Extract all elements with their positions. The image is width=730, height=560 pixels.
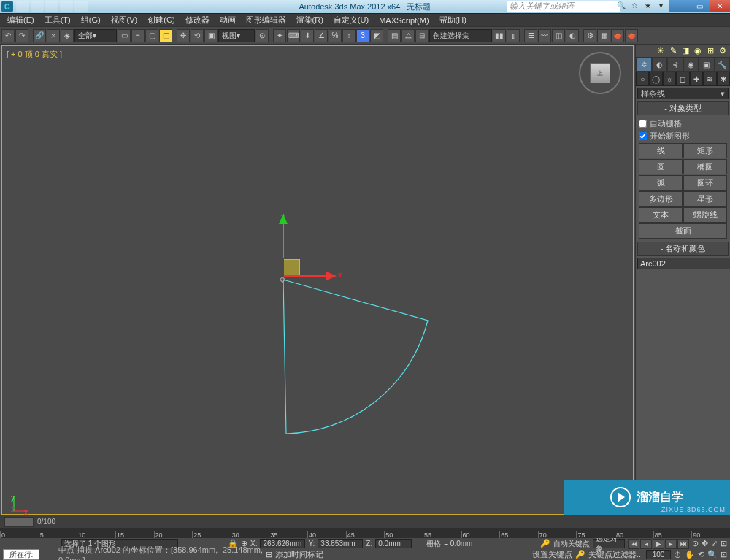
tool4-icon[interactable]: ⊞: [705, 46, 715, 56]
render-setup-icon[interactable]: ⚙: [583, 29, 596, 42]
btn-text[interactable]: 文本: [639, 207, 683, 223]
render-frame-icon[interactable]: ▦: [597, 29, 610, 42]
viewcube[interactable]: 上: [579, 52, 621, 94]
search-icon[interactable]: 🔍: [616, 1, 626, 12]
unlink-icon[interactable]: ⤫: [47, 29, 60, 42]
app-icon[interactable]: G: [1, 1, 13, 12]
cat-geometry-icon[interactable]: ○: [636, 72, 649, 86]
btn-ellipse[interactable]: 椭圆: [683, 159, 727, 174]
tool1-icon[interactable]: ✎: [668, 46, 678, 56]
btn-section[interactable]: 截面: [639, 223, 727, 239]
minimize-button[interactable]: —: [669, 0, 689, 12]
maximize-button[interactable]: ▭: [689, 0, 710, 12]
menu-tools[interactable]: 工具(T): [40, 14, 75, 26]
tool5-icon[interactable]: ⚙: [718, 46, 728, 56]
time-config-icon[interactable]: ⏱: [674, 551, 682, 559]
help-dropdown-icon[interactable]: ▾: [656, 1, 666, 12]
mirror2-icon[interactable]: ▮▮: [493, 29, 506, 42]
play-icon[interactable]: ▶: [653, 539, 664, 549]
track-label[interactable]: 所在行:: [3, 549, 39, 560]
btn-rectangle[interactable]: 矩形: [683, 143, 727, 158]
cat-shapes-icon[interactable]: ◯: [649, 72, 662, 86]
nav-max-icon[interactable]: ⊡: [721, 550, 727, 559]
help-search-input[interactable]: 输入关键字或短语: [507, 1, 620, 12]
tab-utilities[interactable]: 🔧: [715, 57, 731, 72]
autogrid-checkbox[interactable]: [639, 120, 647, 128]
redo-icon[interactable]: ↷: [15, 29, 28, 42]
material-editor-icon[interactable]: ◐: [566, 29, 579, 42]
menu-group[interactable]: 组(G): [77, 14, 105, 26]
autokey-button[interactable]: 自动关键点: [553, 539, 590, 549]
btn-ngon[interactable]: 多边形: [639, 191, 683, 207]
align2-icon[interactable]: ⫿: [507, 29, 520, 42]
qat-new-icon[interactable]: [16, 1, 29, 12]
btn-donut[interactable]: 圆环: [683, 175, 727, 191]
nav1-icon[interactable]: ✥: [702, 539, 708, 548]
time-ruler[interactable]: 051015202530354045505560657075808590: [0, 528, 730, 538]
rollout-object-type[interactable]: 对象类型: [637, 101, 729, 115]
menu-help[interactable]: 帮助(H): [435, 14, 471, 26]
tab-modify[interactable]: ◐: [652, 57, 668, 72]
btn-star[interactable]: 星形: [683, 191, 727, 207]
rollout-name-color[interactable]: 名称和颜色: [637, 242, 729, 256]
viewcube-face[interactable]: 上: [590, 63, 610, 83]
nav2-icon[interactable]: ⤢: [711, 539, 718, 548]
select-name-icon[interactable]: ≡: [131, 29, 145, 42]
menu-views[interactable]: 视图(V): [107, 14, 142, 26]
select-scale-icon[interactable]: ▣: [204, 29, 218, 42]
qat-redo-icon[interactable]: [74, 1, 88, 12]
menu-modifiers[interactable]: 修改器: [181, 14, 214, 26]
btn-helix[interactable]: 螺旋线: [683, 207, 727, 223]
startnewshape-checkbox[interactable]: [639, 132, 647, 140]
prev-frame-icon[interactable]: ◂: [640, 539, 652, 549]
named-sel-icon[interactable]: ▤: [388, 29, 401, 42]
mirror-icon[interactable]: ⧋: [402, 29, 415, 42]
cat-lights-icon[interactable]: ☼: [663, 72, 676, 86]
tab-display[interactable]: ▣: [699, 57, 715, 72]
btn-arc[interactable]: 弧: [639, 175, 683, 191]
viewport-label[interactable]: [ + 0 顶 0 真实 ]: [7, 49, 62, 60]
menu-create[interactable]: 创建(C): [143, 14, 179, 26]
menu-animation[interactable]: 动画: [215, 14, 240, 26]
cat-systems-icon[interactable]: ✱: [717, 72, 730, 86]
tab-hierarchy[interactable]: ⊰: [667, 57, 683, 72]
spinner-snap-icon[interactable]: ↕: [342, 29, 356, 42]
ref-coord-dropdown[interactable]: 视图 ▾: [218, 29, 255, 42]
menu-edit[interactable]: 编辑(E): [3, 14, 39, 26]
percent-snap-icon[interactable]: %: [328, 29, 342, 42]
angle-snap-icon[interactable]: ∠: [315, 29, 328, 42]
qat-save-icon[interactable]: [45, 1, 58, 12]
close-button[interactable]: ✕: [710, 0, 730, 12]
tab-create[interactable]: ✲: [636, 57, 652, 72]
render-prod-icon[interactable]: 🫖: [625, 29, 638, 42]
nav-pan-icon[interactable]: ✋: [685, 550, 695, 559]
select-object-icon[interactable]: ▭: [118, 29, 131, 42]
edged-faces-icon[interactable]: ◩: [370, 29, 383, 42]
object-name-input[interactable]: [637, 258, 730, 269]
qat-open-icon[interactable]: [31, 1, 44, 12]
viewport-top[interactable]: [ + 0 顶 0 真实 ] 上 y x: [1, 45, 634, 515]
setkey-button[interactable]: 设置关键点: [532, 549, 572, 560]
snap-toggle-icon[interactable]: 3: [356, 29, 369, 42]
schematic-icon[interactable]: ◫: [552, 29, 565, 42]
align-icon[interactable]: ⊟: [415, 29, 429, 42]
snap-2d-icon[interactable]: ⬇: [301, 29, 314, 42]
cat-helpers-icon[interactable]: ✚: [690, 72, 703, 86]
add-time-tag[interactable]: 添加时间标记: [275, 549, 323, 560]
arc-shape[interactable]: [282, 278, 442, 446]
key-target-dropdown[interactable]: 选定对象: [593, 539, 625, 548]
select-manipulate-icon[interactable]: ✦: [273, 29, 286, 42]
named-selection-input[interactable]: 创建选择集: [429, 29, 492, 42]
isolate-icon[interactable]: ⊙: [692, 539, 699, 548]
y-coord[interactable]: 33.853mm: [318, 539, 363, 548]
z-coord[interactable]: 0.0mm: [375, 539, 412, 548]
favorite-icon[interactable]: ★: [642, 1, 653, 12]
setkey-icon[interactable]: 🔑: [575, 550, 585, 559]
bind-icon[interactable]: ◈: [61, 29, 74, 42]
goto-end-icon[interactable]: ⏭: [677, 539, 689, 549]
menu-rendering[interactable]: 渲染(R): [292, 14, 328, 26]
tab-motion[interactable]: ◉: [683, 57, 699, 72]
key-icon[interactable]: 🔑: [540, 539, 550, 548]
tool3-icon[interactable]: ◉: [693, 46, 703, 56]
nav-orbit-icon[interactable]: ⟲: [698, 550, 704, 559]
